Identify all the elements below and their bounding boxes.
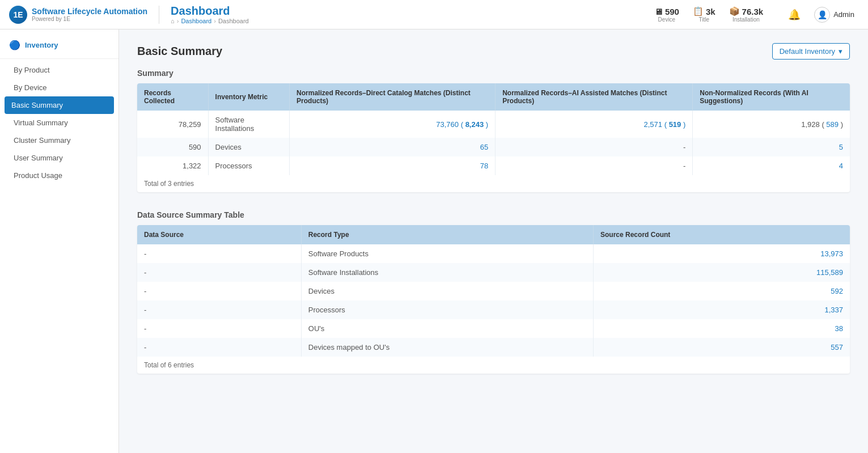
- ds-type-4: Processors: [301, 300, 593, 319]
- ds-source-4: -: [137, 300, 301, 319]
- user-avatar-icon: 👤: [814, 7, 830, 23]
- device-icon: 🖥: [654, 7, 663, 16]
- table-row: 1,322 Processors 78 - 4: [137, 156, 850, 175]
- ds-type-5: OU's: [301, 319, 593, 338]
- non-normalized-1: 1,928 ( 589 ): [693, 111, 850, 138]
- page-header: Basic Summary Default Inventory ▾: [137, 43, 850, 60]
- records-collected-3: 1,322: [137, 156, 208, 175]
- breadcrumb-dashboard[interactable]: Dashboard: [181, 18, 211, 24]
- inventory-metric-1: Software Installations: [208, 111, 289, 138]
- datasource-section-title: Data Source Summary Table: [137, 210, 850, 219]
- ds-type-3: Devices: [301, 282, 593, 300]
- col-normalized-ai: Normalized Records–AI Assisted Matches (…: [496, 83, 693, 111]
- records-collected-2: 590: [137, 138, 208, 156]
- col-normalized-direct: Normalized Records–Direct Catalog Matche…: [290, 83, 496, 111]
- stat-installation: 📦 76.3k Installation: [729, 6, 764, 23]
- non-normalized-3: 4: [693, 156, 850, 175]
- table-row: - Devices 592: [137, 282, 850, 300]
- col-data-source: Data Source: [137, 225, 301, 244]
- normalized-direct-3: 78: [290, 156, 496, 175]
- col-records-collected: Records Collected: [137, 83, 208, 111]
- datasource-table-header-row: Data Source Record Type Source Record Co…: [137, 225, 850, 244]
- ds-count-6: 557: [594, 338, 850, 357]
- records-collected-1: 78,259: [137, 111, 208, 138]
- breadcrumb-home-icon[interactable]: ⌂: [171, 18, 175, 24]
- ds-source-5: -: [137, 319, 301, 338]
- summary-table-body: 78,259 Software Installations 73,760 ( 8…: [137, 111, 850, 175]
- inventory-selector-label: Default Inventory: [780, 47, 835, 56]
- page-title: Dashboard: [171, 5, 249, 18]
- inventory-selector-button[interactable]: Default Inventory ▾: [772, 43, 850, 60]
- logo-icon: 1E: [9, 6, 27, 24]
- page-header-area: Dashboard ⌂ › Dashboard › Dashboard: [171, 5, 249, 24]
- table-row: - Software Installations 115,589: [137, 263, 850, 282]
- body-layout: 🔵 Inventory By Product By Device Basic S…: [0, 29, 868, 453]
- ds-source-1: -: [137, 244, 301, 263]
- table-row: - Software Products 13,973: [137, 244, 850, 263]
- user-label: Admin: [833, 10, 854, 19]
- installation-count: 76.3k: [742, 7, 764, 16]
- logo-text: Software Lifecycle Automation Powered by…: [32, 7, 147, 22]
- title-count: 3k: [706, 7, 715, 16]
- device-count: 590: [665, 7, 679, 16]
- normalized-direct-2: 65: [290, 138, 496, 156]
- ds-source-6: -: [137, 338, 301, 357]
- ds-count-2: 115,589: [594, 263, 850, 282]
- inventory-section-icon: 🔵: [9, 40, 20, 50]
- sidebar-item-virtual-summary[interactable]: Virtual Summary: [0, 114, 118, 132]
- ds-count-1: 13,973: [594, 244, 850, 263]
- summary-table-total: Total of 3 entries: [137, 175, 850, 192]
- user-menu-button[interactable]: 👤 Admin: [810, 5, 859, 25]
- non-normalized-2: 5: [693, 138, 850, 156]
- ds-count-5: 38: [594, 319, 850, 338]
- sidebar-item-cluster-summary[interactable]: Cluster Summary: [0, 132, 118, 149]
- normalized-ai-2: -: [496, 138, 693, 156]
- datasource-table: Data Source Record Type Source Record Co…: [137, 225, 850, 357]
- sidebar-item-by-device[interactable]: By Device: [0, 79, 118, 96]
- ds-type-2: Software Installations: [301, 263, 593, 282]
- datasource-table-body: - Software Products 13,973 - Software In…: [137, 244, 850, 357]
- table-row: 78,259 Software Installations 73,760 ( 8…: [137, 111, 850, 138]
- datasource-table-container: Data Source Record Type Source Record Co…: [137, 225, 850, 374]
- sidebar-item-user-summary[interactable]: User Summary: [0, 149, 118, 167]
- col-inventory-metric: Inventory Metric: [208, 83, 289, 111]
- inventory-metric-2: Devices: [208, 138, 289, 156]
- breadcrumb-current: Dashboard: [218, 18, 249, 24]
- table-row: - Devices mapped to OU's 557: [137, 338, 850, 357]
- sidebar-item-by-product[interactable]: By Product: [0, 61, 118, 79]
- normalized-ai-1: 2,571 ( 519 ): [496, 111, 693, 138]
- notification-bell-button[interactable]: 🔔: [786, 6, 803, 23]
- stats-area: 🖥 590 Device 📋 3k Title 📦 76.3k Installa…: [654, 5, 859, 25]
- summary-table-header-row: Records Collected Inventory Metric Norma…: [137, 83, 850, 111]
- title-icon: 📋: [693, 6, 704, 16]
- datasource-table-total: Total of 6 entries: [137, 357, 850, 374]
- ds-count-3: 592: [594, 282, 850, 300]
- sidebar-divider: [0, 58, 118, 59]
- app-logo: 1E Software Lifecycle Automation Powered…: [9, 6, 159, 24]
- main-page-title: Basic Summary: [137, 45, 222, 58]
- summary-table-container: Records Collected Inventory Metric Norma…: [137, 83, 850, 192]
- top-navigation: 1E Software Lifecycle Automation Powered…: [0, 0, 868, 29]
- sidebar-section-inventory: 🔵 Inventory: [0, 34, 118, 56]
- stat-title: 📋 3k Title: [693, 6, 715, 23]
- sidebar-item-basic-summary[interactable]: Basic Summary: [5, 96, 114, 114]
- col-record-type: Record Type: [301, 225, 593, 244]
- installation-icon: 📦: [729, 6, 740, 16]
- ds-count-4: 1,337: [594, 300, 850, 319]
- sidebar-section-label: Inventory: [25, 41, 58, 49]
- chevron-down-icon: ▾: [839, 47, 842, 56]
- ds-type-1: Software Products: [301, 244, 593, 263]
- topnav-actions: 🔔 👤 Admin: [786, 5, 859, 25]
- summary-section-title: Summary: [137, 69, 850, 78]
- inventory-metric-3: Processors: [208, 156, 289, 175]
- sidebar: 🔵 Inventory By Product By Device Basic S…: [0, 29, 119, 453]
- main-content: Basic Summary Default Inventory ▾ Summar…: [119, 29, 868, 453]
- normalized-ai-3: -: [496, 156, 693, 175]
- sidebar-item-product-usage[interactable]: Product Usage: [0, 167, 118, 184]
- ds-source-2: -: [137, 263, 301, 282]
- col-source-record-count: Source Record Count: [594, 225, 850, 244]
- ds-type-6: Devices mapped to OU's: [301, 338, 593, 357]
- table-row: - Processors 1,337: [137, 300, 850, 319]
- normalized-direct-1: 73,760 ( 8,243 ): [290, 111, 496, 138]
- col-non-normalized: Non-Normalized Records (With AI Suggesti…: [693, 83, 850, 111]
